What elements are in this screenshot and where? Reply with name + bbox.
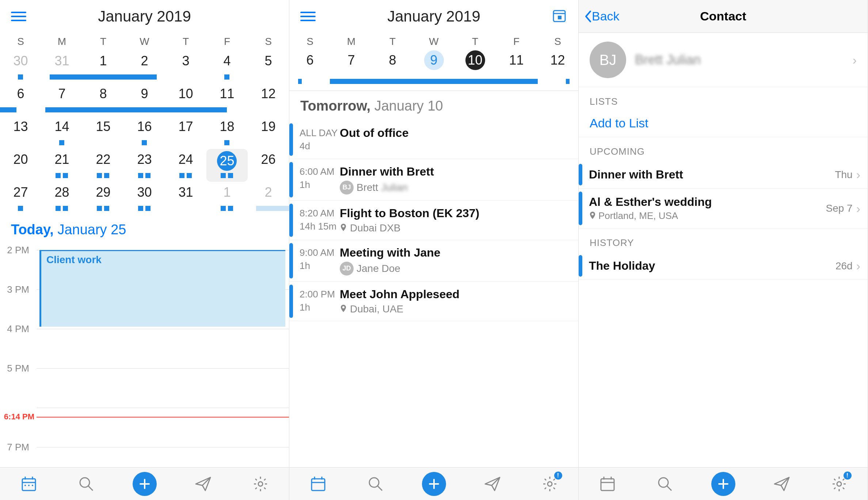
week-day-cell[interactable]: 10 (454, 50, 496, 91)
calendar-icon[interactable] (18, 473, 40, 495)
add-to-list-button[interactable]: Add to List (579, 111, 868, 137)
day-cell[interactable]: 1 (83, 50, 124, 83)
agenda-item[interactable]: 9:00 AM1hMeeting with JaneJDJane Doe (289, 240, 578, 282)
day-cell[interactable]: 28 (41, 182, 83, 215)
day-cell[interactable]: 30 (124, 182, 165, 215)
send-icon[interactable] (192, 473, 214, 495)
day-cell[interactable]: 22 (83, 149, 124, 182)
day-cell[interactable]: 13 (0, 116, 41, 149)
hour-label: 5 PM (0, 363, 33, 374)
day-cell[interactable]: 4 (206, 50, 248, 83)
week-day-cell[interactable]: 11 (496, 50, 537, 91)
day-cell[interactable]: 31 (41, 50, 83, 83)
weekday-label: F (496, 33, 537, 50)
day-cell[interactable]: 6 (0, 83, 41, 116)
timeline-event[interactable]: Client work (39, 250, 285, 327)
day-cell[interactable]: 31 (165, 182, 206, 215)
add-button[interactable] (133, 472, 157, 496)
contact-summary-row[interactable]: BJ Brett Julian › (579, 33, 868, 87)
day-timeline[interactable]: 2 PM3 PM4 PM5 PM7 PM6:14 PMClient work (0, 243, 289, 467)
add-button[interactable] (711, 472, 735, 496)
day-number: 21 (54, 149, 69, 167)
list-item[interactable]: Dinner with BrettThu› (579, 161, 868, 189)
settings-icon[interactable]: ! (828, 473, 850, 495)
week-day-cell[interactable]: 12 (537, 50, 578, 91)
item-title: The Holiday (589, 259, 835, 273)
day-cell[interactable]: 9 (124, 83, 165, 116)
agenda-item[interactable]: ALL DAY4dOut of office (289, 120, 578, 159)
month-title[interactable]: January 2019 (98, 8, 191, 25)
menu-icon[interactable] (11, 11, 26, 22)
settings-icon[interactable]: ! (539, 473, 561, 495)
week-day-cell[interactable]: 8 (372, 50, 413, 91)
back-button[interactable]: Back (584, 9, 620, 23)
day-cell[interactable]: 14 (41, 116, 83, 149)
day-cell[interactable]: 18 (206, 116, 248, 149)
day-cell[interactable]: 8 (83, 83, 124, 116)
day-cell[interactable]: 30 (0, 50, 41, 83)
weekday-label: W (124, 33, 165, 50)
day-cell[interactable]: 2 (124, 50, 165, 83)
month-title[interactable]: January 2019 (387, 8, 480, 25)
day-cell[interactable]: 7 (41, 83, 83, 116)
agenda-title: Flight to Boston (EK 237) (340, 207, 578, 220)
day-cell[interactable]: 12 (248, 83, 289, 116)
day-cell[interactable]: 27 (0, 182, 41, 215)
bottom-toolbar: ! (579, 467, 868, 500)
day-cell[interactable]: 29 (83, 182, 124, 215)
search-icon[interactable] (365, 473, 387, 495)
day-number: 1 (99, 50, 107, 69)
day-cell[interactable]: 1 (206, 182, 248, 215)
contact-panel: Back Contact BJ Brett Julian › LISTS Add… (579, 0, 868, 500)
search-icon[interactable] (75, 473, 97, 495)
day-cell[interactable]: 11 (206, 83, 248, 116)
day-cell[interactable]: 26 (248, 149, 289, 182)
day-cell[interactable]: 24 (165, 149, 206, 182)
day-number: 2 (264, 182, 272, 200)
day-cell[interactable]: 2 (248, 182, 289, 215)
day-cell[interactable]: 16 (124, 116, 165, 149)
agenda-title: Dinner with Brett (340, 165, 578, 178)
day-cell[interactable]: 17 (165, 116, 206, 149)
menu-icon[interactable] (300, 11, 316, 22)
list-item[interactable]: Al & Esther's weddingPortland, ME, USASe… (579, 189, 868, 228)
today-prefix: Today, (11, 222, 57, 237)
contact-name: Brett Julian (635, 52, 853, 68)
send-icon[interactable] (481, 473, 503, 495)
day-number: 24 (178, 149, 193, 167)
svg-rect-15 (558, 16, 561, 19)
hour-label: 3 PM (0, 284, 33, 295)
day-cell[interactable]: 5 (248, 50, 289, 83)
day-number: 12 (261, 83, 275, 101)
agenda-title: Meeting with Jane (340, 246, 578, 259)
agenda-item[interactable]: 8:20 AM14h 15mFlight to Boston (EK 237)D… (289, 201, 578, 240)
week-day-number: 8 (383, 50, 403, 70)
agenda-item[interactable]: 2:00 PM1hMeet John AppleseedDubai, UAE (289, 282, 578, 321)
person-avatar: JD (340, 262, 354, 276)
day-cell[interactable]: 15 (83, 116, 124, 149)
week-day-cell[interactable]: 6 (289, 50, 331, 91)
go-today-icon[interactable] (551, 8, 567, 25)
search-icon[interactable] (654, 473, 676, 495)
week-day-cell[interactable]: 9 (413, 50, 454, 91)
agenda-item[interactable]: 6:00 AM1hDinner with BrettBJBrett Julian (289, 159, 578, 201)
hour-label: 2 PM (0, 245, 33, 256)
week-day-cell[interactable]: 7 (331, 50, 372, 91)
month-grid: 3031123456789101112131415161718192021222… (0, 50, 289, 215)
settings-icon[interactable] (250, 473, 271, 495)
send-icon[interactable] (771, 473, 793, 495)
add-button[interactable] (422, 472, 446, 496)
calendar-icon[interactable] (307, 473, 329, 495)
day-number: 2 (141, 50, 148, 69)
day-cell[interactable]: 23 (124, 149, 165, 182)
day-cell[interactable]: 19 (248, 116, 289, 149)
month-view-panel: January 2019 S M T W T F S 3031123456789… (0, 0, 289, 500)
contact-title: Contact (700, 9, 746, 23)
day-cell[interactable]: 21 (41, 149, 83, 182)
day-cell[interactable]: 10 (165, 83, 206, 116)
day-cell[interactable]: 20 (0, 149, 41, 182)
calendar-icon[interactable] (597, 473, 618, 495)
day-cell[interactable]: 3 (165, 50, 206, 83)
day-cell[interactable]: 25 (206, 149, 248, 182)
list-item[interactable]: The Holiday26d› (579, 252, 868, 280)
